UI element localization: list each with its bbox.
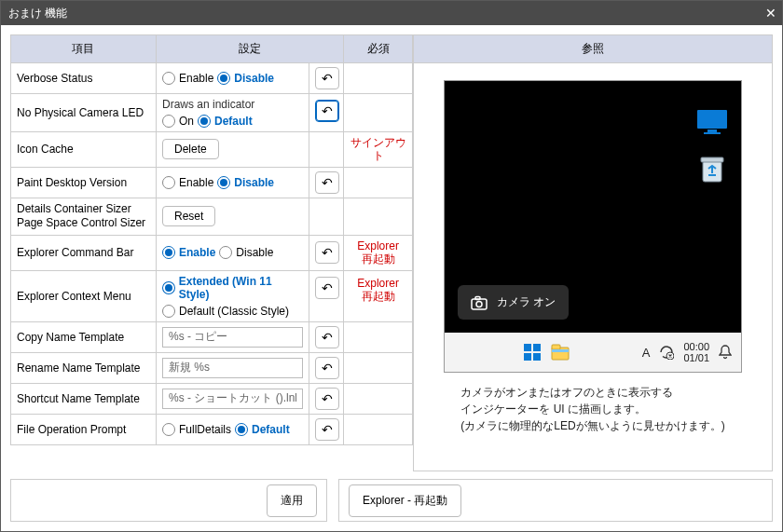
caption-line-1: カメラがオンまたはオフのときに表示する: [460, 384, 724, 401]
svg-rect-5: [472, 299, 487, 309]
th-required: 必須: [344, 35, 413, 63]
content-area: 項目 設定 必須 Verbose Status Enable Disable: [1, 25, 782, 531]
undo-ctx[interactable]: ↶: [315, 277, 339, 299]
start-icon: [523, 343, 542, 361]
row-no-physical-led: No Physical Camera LED Draws an indicato…: [11, 94, 413, 132]
preview-body: カメラ オン: [414, 63, 772, 471]
undo-paint[interactable]: ↶: [315, 171, 339, 194]
camera-toast-label: カメラ オン: [497, 294, 556, 310]
recycle-bin-icon: [700, 156, 724, 184]
label-copy-name: Copy Name Template: [11, 321, 157, 352]
radio-paint-disable[interactable]: Disable: [217, 176, 274, 189]
svg-rect-14: [552, 349, 569, 352]
ime-indicator: A: [642, 346, 651, 360]
led-desc: Draws an indicator: [162, 98, 303, 111]
undo-cmdbar[interactable]: ↶: [315, 241, 339, 264]
undo-verbose[interactable]: ↶: [315, 67, 339, 89]
radio-led-on[interactable]: On: [162, 115, 194, 128]
row-rename: Rename Name Template ↶: [11, 352, 413, 383]
undo-fileop[interactable]: ↶: [315, 418, 339, 441]
radio-cmdbar-enable[interactable]: Enable: [162, 246, 215, 259]
caption-line-2: インジケーターを UI に描画します。: [460, 401, 724, 417]
svg-rect-8: [524, 344, 531, 351]
label-file-op: File Operation Prompt: [11, 414, 157, 444]
close-icon[interactable]: ✕: [765, 6, 776, 20]
preview-monitor: カメラ オン: [444, 80, 742, 373]
label-details-sizer-1: Details Container Sizer: [17, 202, 150, 217]
label-verbose-status: Verbose Status: [11, 63, 157, 94]
req-cmdbar-1: Explorer: [350, 239, 406, 252]
clock-time: 00:00: [683, 341, 709, 352]
req-ctx-2: 再起動: [350, 290, 406, 303]
settings-panel: 項目 設定 必須 Verbose Status Enable Disable: [10, 34, 413, 471]
row-command-bar: Explorer Command Bar Enable Disable ↶ Ex…: [11, 235, 413, 270]
row-icon-cache: Icon Cache Delete サインアウト: [11, 132, 413, 168]
monitor-icon: [696, 109, 728, 135]
label-icon-cache: Icon Cache: [11, 132, 157, 168]
bell-icon: [719, 345, 732, 360]
svg-rect-0: [697, 110, 727, 129]
taskbar-clock: 00:00 01/01: [683, 341, 709, 363]
row-context-menu: Explorer Context Menu Extended (Win 11 S…: [11, 270, 413, 321]
shortcut-input[interactable]: [162, 389, 303, 409]
explorer-restart-button[interactable]: Explorer - 再起動: [349, 484, 461, 517]
apply-button[interactable]: 適用: [267, 484, 317, 517]
preview-desktop: カメラ オン: [445, 81, 741, 333]
icon-cache-delete-button[interactable]: Delete: [162, 139, 219, 159]
row-verbose-status: Verbose Status Enable Disable ↶: [11, 63, 413, 94]
radio-ctx-extended[interactable]: Extended (Win 11 Style): [162, 275, 303, 301]
svg-point-6: [476, 301, 482, 307]
undo-led[interactable]: ↶: [315, 100, 339, 122]
req-icon-cache: サインアウト: [344, 132, 413, 168]
label-no-physical-led: No Physical Camera LED: [11, 94, 157, 132]
window-root: おまけ 機能 ✕ 項目 設定 必須: [0, 0, 783, 532]
copy-name-input[interactable]: [162, 327, 303, 348]
details-sizer-reset-button[interactable]: Reset: [162, 206, 215, 226]
label-context-menu: Explorer Context Menu: [11, 270, 157, 321]
undo-shortcut[interactable]: ↶: [315, 388, 339, 410]
radio-led-default[interactable]: Default: [198, 115, 253, 128]
undo-rename[interactable]: ↶: [315, 357, 339, 379]
explorer-icon: [551, 344, 570, 361]
radio-cmdbar-disable[interactable]: Disable: [219, 246, 273, 259]
label-shortcut: Shortcut Name Template: [11, 383, 157, 414]
row-copy-name: Copy Name Template ↶: [11, 321, 413, 352]
camera-toast: カメラ オン: [458, 285, 569, 320]
radio-ctx-classic[interactable]: Default (Classic Style): [162, 305, 289, 318]
row-details-sizer: Details Container Sizer Page Space Contr…: [11, 198, 413, 235]
radio-fileop-full[interactable]: FullDetails: [162, 423, 231, 436]
req-ctx-1: Explorer: [350, 277, 406, 290]
label-rename: Rename Name Template: [11, 352, 157, 383]
row-file-op: File Operation Prompt FullDetails Defaul…: [11, 414, 413, 444]
svg-rect-1: [707, 130, 717, 132]
preview-caption: カメラがオンまたはオフのときに表示する インジケーターを UI に描画します。 …: [460, 384, 724, 434]
th-setting: 設定: [156, 35, 343, 63]
bottom-seg-restart: Explorer - 再起動: [338, 479, 773, 522]
svg-rect-13: [552, 345, 560, 349]
svg-rect-9: [533, 344, 541, 351]
settings-table: 項目 設定 必須 Verbose Status Enable Disable: [10, 34, 413, 445]
row-paint-desktop: Paint Desktop Version Enable Disable ↶: [11, 167, 413, 198]
radio-fileop-default[interactable]: Default: [235, 423, 290, 436]
preview-panel: 参照: [413, 34, 773, 471]
rename-input[interactable]: [162, 358, 303, 378]
req-cmdbar-2: 再起動: [350, 252, 406, 266]
label-paint-desktop: Paint Desktop Version: [11, 167, 157, 198]
svg-rect-7: [475, 296, 480, 299]
preview-taskbar: A 00:00 01/01: [445, 333, 741, 372]
svg-rect-4: [701, 157, 723, 162]
bottom-seg-apply: 適用: [10, 479, 327, 522]
undo-copy-name[interactable]: ↶: [315, 326, 339, 348]
radio-paint-enable[interactable]: Enable: [162, 176, 213, 189]
label-command-bar: Explorer Command Bar: [11, 235, 157, 270]
bottom-bar: 適用 Explorer - 再起動: [10, 479, 773, 522]
th-item: 項目: [11, 35, 157, 63]
caption-line-3: (カメラに物理的なLEDが無いように見せかけます。): [460, 417, 724, 434]
radio-verbose-enable[interactable]: Enable: [162, 72, 213, 85]
label-details-sizer-2: Page Space Control Sizer: [17, 216, 150, 231]
svg-rect-2: [704, 132, 721, 134]
svg-rect-10: [524, 353, 531, 361]
svg-rect-11: [533, 353, 541, 361]
preview-header: 参照: [414, 35, 772, 63]
radio-verbose-disable[interactable]: Disable: [217, 72, 274, 85]
